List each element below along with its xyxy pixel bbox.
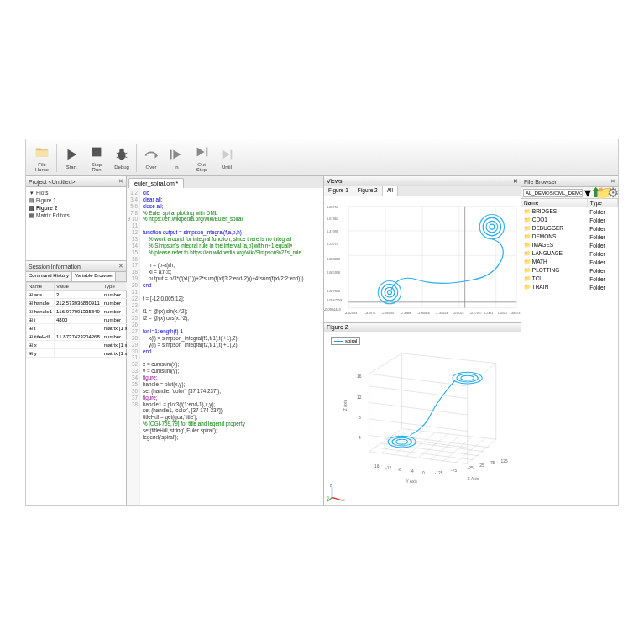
svg-text:-75: -75 (451, 469, 457, 474)
until-button[interactable]: Until (214, 146, 239, 170)
table-row[interactable]: 📁 BRIDGESFolder (521, 207, 618, 217)
svg-rect-7 (170, 149, 172, 159)
code-editor[interactable]: 1 2 3 4 5 6 7 8 9 10 11 12 13 14 15 16 1… (127, 188, 323, 505)
file-browser-panel: File Browser ✕ AL_DEMOS/OML_DEMOS ▾ ⬆ 📁 … (521, 176, 618, 505)
tab-figure-2[interactable]: Figure 2 (353, 186, 383, 196)
svg-text:1.0501: 1.0501 (498, 312, 507, 315)
svg-text:-4: -4 (410, 469, 414, 474)
svg-line-77 (332, 498, 343, 501)
svg-point-2 (119, 148, 123, 152)
line-gutter: 1 2 3 4 5 6 7 8 9 10 11 12 13 14 15 16 1… (127, 188, 140, 505)
editor-tab[interactable]: euler_spiral.oml* (128, 178, 184, 188)
file-browser-toolbar: AL_DEMOS/OML_DEMOS ▾ ⬆ 📁 ⚙ (521, 187, 618, 199)
step-in-button[interactable]: In (164, 146, 189, 170)
svg-point-35 (490, 224, 495, 229)
stop-icon (88, 144, 105, 160)
file-table[interactable]: Name Type 📁 BRIDGESFolder📁 CDO1Folder📁 D… (521, 199, 618, 291)
close-icon[interactable]: ✕ (513, 178, 518, 185)
table-row[interactable]: 📁 TCLFolder (521, 275, 618, 283)
table-row[interactable]: ⊞ handle1116.977091335849number (27, 307, 144, 316)
close-icon[interactable]: ✕ (610, 178, 615, 185)
svg-text:0: 0 (422, 471, 425, 475)
play-icon (63, 146, 80, 163)
table-row[interactable]: 📁 TRAINFolder (521, 283, 618, 291)
start-button[interactable]: Start (59, 146, 84, 170)
views-header: Views ✕ (324, 176, 521, 186)
path-input[interactable]: AL_DEMOS/OML_DEMOS (523, 189, 583, 197)
svg-text:75: 75 (490, 462, 495, 466)
tab-figure-1[interactable]: Figure 1 (324, 186, 353, 196)
session-info-header: Session Information ✕ (26, 261, 126, 272)
step-over-icon (143, 146, 160, 163)
matrix-icon: ▦ (29, 212, 34, 218)
table-row[interactable]: ⊞ tmatrix [1 x 4801] (27, 324, 144, 332)
svg-text:Y Axis: Y Axis (406, 479, 418, 484)
main-toolbar: File Home Start Stop Run Debug Over In O (26, 139, 618, 176)
project-tree[interactable]: ▾Plots ▤Figure 1 ▤Figure 2 ▦Matrix Edito… (26, 187, 126, 221)
table-row[interactable]: 📁 DEBUGGERFolder (521, 224, 618, 233)
svg-text:-4.02933: -4.02933 (344, 312, 357, 315)
svg-text:0.898086: 0.898086 (327, 257, 340, 261)
table-row[interactable]: 📁 IMAGESFolder (521, 241, 618, 249)
svg-text:Z Axis: Z Axis (343, 400, 348, 411)
code-area[interactable]: clc clear all; close all; % Euler spiral… (140, 188, 323, 505)
svg-text:X Axis: X Axis (468, 477, 479, 481)
svg-text:-0.27027: -0.27027 (470, 312, 483, 315)
session-info-panel: Session Information ✕ Command History Va… (26, 260, 126, 505)
debug-button[interactable]: Debug (109, 146, 134, 170)
plot-icon: ▤ (29, 205, 34, 211)
svg-text:-1.33453: -1.33453 (436, 312, 448, 315)
svg-rect-9 (231, 149, 233, 159)
axis-triad-icon: z x y (327, 484, 346, 502)
svg-text:-2.3988: -2.3988 (401, 312, 411, 315)
collapse-icon[interactable]: ▾ (29, 190, 34, 196)
table-row[interactable]: ⊞ i4800number (27, 316, 144, 324)
figure-1-plot[interactable]: 1.837571.67367 1.479911.29215 0.8980860.… (324, 196, 521, 322)
close-icon[interactable]: ✕ (118, 178, 123, 185)
table-row[interactable]: 📁 DEMONSFolder (521, 233, 618, 241)
step-in-icon (168, 146, 185, 163)
tab-command-history[interactable]: Command History (26, 272, 72, 281)
gear-icon[interactable]: ⚙ (609, 189, 616, 196)
table-row[interactable]: 📁 CDO1Folder (521, 216, 618, 224)
until-icon (218, 146, 235, 163)
figure-2-plot[interactable]: spiral (324, 332, 521, 505)
left-column: Project <Untitled> ✕ ▾Plots ▤Figure 1 ▤F… (26, 176, 127, 505)
svg-text:-125: -125 (435, 471, 443, 475)
table-row[interactable]: 📁 LANGUAGEFolder (521, 249, 618, 258)
svg-point-53 (461, 375, 474, 380)
svg-point-39 (388, 291, 392, 295)
step-out-button[interactable]: Out Step (189, 144, 214, 172)
svg-text:-12: -12 (385, 467, 391, 471)
table-row[interactable]: ⊞ handle212.573936880911number (27, 299, 144, 307)
close-icon[interactable]: ✕ (118, 263, 123, 270)
project-browser-panel: Project <Untitled> ✕ ▾Plots ▤Figure 1 ▤F… (26, 176, 126, 260)
tab-variable-browser[interactable]: Variable Browser (72, 272, 116, 281)
step-over-button[interactable]: Over (139, 146, 164, 170)
svg-text:-16: -16 (374, 465, 380, 469)
table-row[interactable]: ⊞ ymatrix [1 x 4800] (27, 349, 144, 358)
table-row[interactable]: 📁 PLOTTINGFolder (521, 266, 618, 275)
svg-line-5 (117, 156, 119, 157)
file-home-button[interactable]: File Home (29, 144, 55, 172)
figure-tabs: Figure 1 Figure 2 All (324, 186, 521, 196)
editor-tabs: euler_spiral.oml* (127, 176, 323, 188)
table-row[interactable]: ⊞ xmatrix [1 x 4800] (27, 341, 144, 349)
plot-legend: spiral (331, 337, 360, 345)
table-row[interactable]: 📁 MATHFolder (521, 258, 618, 266)
svg-text:-8: -8 (398, 469, 402, 473)
table-row[interactable]: ⊞ titleHdl11.8737423204268number (27, 332, 144, 341)
svg-text:0.0947158: 0.0947158 (327, 298, 342, 302)
table-row[interactable]: ⊞ ans2number (27, 291, 144, 299)
svg-rect-0 (92, 147, 102, 156)
stop-run-button[interactable]: Stop Run (84, 144, 109, 172)
tab-all[interactable]: All (383, 186, 398, 196)
views-column: Views ✕ Figure 1 Figure 2 All 1.837571.6… (324, 176, 521, 505)
session-tabs: Command History Variable Browser (26, 272, 126, 282)
svg-text:16: 16 (357, 374, 362, 379)
svg-text:1.84574: 1.84574 (509, 312, 520, 315)
svg-point-33 (483, 217, 500, 235)
svg-text:12: 12 (357, 395, 362, 400)
svg-text:0.2341: 0.2341 (484, 312, 493, 315)
svg-text:8: 8 (359, 416, 361, 420)
